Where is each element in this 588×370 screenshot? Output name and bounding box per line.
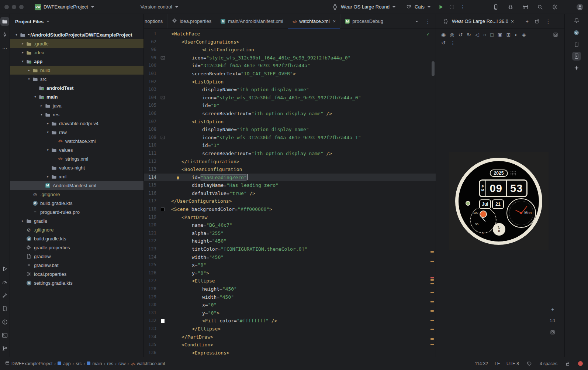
back-icon[interactable]: ◁	[475, 32, 479, 38]
code-line-62[interactable]: 62<UserConfigurations>	[144, 38, 436, 46]
tool-stripe-terminal[interactable]	[0, 331, 9, 340]
tree-item-build[interactable]: ▸build	[10, 66, 143, 75]
code-line-120[interactable]: 120name="BG_40c7"	[144, 221, 436, 229]
breadcrumb-item-raw[interactable]: raw	[118, 361, 125, 366]
tree-item-gradle[interactable]: ▸gradle	[10, 216, 143, 225]
close-device-tab-icon[interactable]: ×	[511, 18, 514, 24]
project-panel-header[interactable]: Project Files	[10, 14, 143, 29]
power-icon[interactable]: ◉	[441, 32, 446, 38]
tree-item-settings-gradle-kts[interactable]: Gsettings.gradle.kts	[10, 278, 143, 287]
code-line-113[interactable]: 113<BooleanConfiguration	[144, 165, 436, 174]
device-selector[interactable]: Wear OS Large Round	[328, 2, 398, 12]
code-line-125[interactable]: 125x="0"	[144, 261, 436, 269]
layout-inspector-icon-button[interactable]	[522, 3, 529, 11]
tool-stripe-project[interactable]	[0, 17, 9, 26]
tool-stripe-commit[interactable]	[0, 30, 9, 39]
device-tab[interactable]: Wear OS Large Ro...l 36.0 ×	[440, 18, 516, 25]
fit-to-window-icon[interactable]	[549, 329, 556, 336]
tool-stripe-version-control[interactable]	[0, 344, 9, 353]
code-line-116[interactable]: 116defaultValue="true" />	[144, 189, 436, 198]
project-widget[interactable]: DW DWFExampleProject	[32, 2, 97, 12]
close-tab-icon[interactable]: ×	[333, 18, 336, 24]
code-line-96[interactable]: 96<ListConfiguration	[144, 46, 436, 54]
caret-position-widget[interactable]: 114:32	[475, 361, 488, 366]
code-line-1[interactable]: 1<WatchFace	[144, 30, 436, 38]
code-line-123[interactable]: 123tintColor="[CONFIGURATION.themeColor.…	[144, 245, 436, 253]
code-line-102[interactable]: 102<ListOption	[144, 78, 436, 86]
bug-icon-button[interactable]	[507, 3, 514, 11]
code-line-104[interactable]: 104icon="style_wfs_312c30bf_f64a_461e_9c…	[144, 94, 436, 102]
tool-stripe-build[interactable]	[0, 291, 9, 300]
tree-item-drawable-nodpi-v4[interactable]: ▸drawable-nodpi-v4	[10, 119, 143, 128]
tree-item-androidmanifest-xml[interactable]: MAndroidManifest.xml	[10, 181, 143, 190]
more-options-icon[interactable]: ⋮	[546, 18, 551, 24]
vcs-widget[interactable]: Version control	[138, 3, 181, 11]
tab-main-androidmanifest-xml[interactable]: Mmain/AndroidManifest.xml	[216, 14, 288, 28]
tag-icon[interactable]	[526, 360, 533, 367]
tree-item-java[interactable]: ▸java	[10, 101, 143, 110]
tree-item-gitignore[interactable]: ⊘.gitignore	[10, 225, 143, 234]
inspections-ok-icon[interactable]: ✓	[427, 31, 430, 37]
chevron-down-icon[interactable]	[413, 18, 420, 25]
code-line-126[interactable]: 126y="0">	[144, 269, 436, 277]
tree-item-src[interactable]: ▾src	[10, 75, 143, 83]
line-ending-widget[interactable]: LF	[495, 361, 500, 366]
encoding-widget[interactable]: UTF-8	[506, 361, 519, 366]
zoom-in-button[interactable]: +	[551, 306, 554, 312]
tree-item-idea[interactable]: ▸.idea	[10, 48, 143, 57]
tool-stripe-problems[interactable]	[0, 318, 9, 326]
code-line-101[interactable]: 101screenReaderText="ID_CAT_STEP_OVER">	[144, 70, 436, 78]
more-vertical-icon[interactable]: ⋮	[425, 18, 430, 24]
search-icon-button[interactable]	[536, 3, 544, 11]
tree-item-values[interactable]: ▾values	[10, 145, 143, 154]
close-window-button[interactable]	[4, 5, 9, 9]
code-line-128[interactable]: 128height="450"	[144, 285, 436, 293]
breadcrumb-item-watchface-xml[interactable]: </>watchface.xml	[131, 361, 165, 366]
avatar-icon[interactable]	[576, 3, 584, 11]
error-highlight-indicator[interactable]	[578, 361, 583, 366]
tree-item-strings-xml[interactable]: </>strings.xml	[10, 154, 143, 163]
tool-stripe-device-manager[interactable]	[0, 304, 9, 313]
reset-rotation-icon[interactable]: ↺	[441, 40, 446, 46]
code-line-136[interactable]: 136<Expressions>	[144, 349, 436, 357]
breadcrumb-item-dwfexampleproject[interactable]: DWFExampleProject	[5, 361, 52, 366]
editor-scrollbar[interactable]	[432, 61, 435, 76]
tree-item-gitignore[interactable]: ⊘.gitignore	[10, 190, 143, 199]
device-screen[interactable]: 2025 P M 09 53 100 50	[449, 152, 549, 250]
lock-icon[interactable]	[564, 360, 571, 367]
code-line-108[interactable]: 108displayName="ith_option_display_name"	[144, 126, 436, 134]
code-line-100[interactable]: 100id="312c30bf_f64a_461e_9c93_992f2fb7a…	[144, 62, 436, 70]
code-line-109[interactable]: 109icon="style_wfs_312c30bf_f64a_461e_9c…	[144, 134, 436, 142]
tree-item-local-properties[interactable]: local.properties	[10, 270, 143, 278]
breadcrumb-item-main[interactable]: main	[87, 361, 102, 366]
home-icon[interactable]: ○	[483, 32, 486, 38]
code-editor[interactable]: 1<WatchFace62<UserConfigurations>96<List…	[144, 29, 436, 357]
code-line-122[interactable]: 122height="450"	[144, 237, 436, 245]
overview-icon[interactable]: □	[490, 32, 493, 38]
tree-item-androidtest[interactable]: androidTest	[10, 83, 143, 92]
tree-item-raw[interactable]: ▾raw	[10, 128, 143, 137]
code-line-117[interactable]: 117</UserConfigurations>	[144, 197, 436, 205]
code-line-118[interactable]: 118<Scene backgroundColor="#ff000000">	[144, 205, 436, 213]
screenshot-icon[interactable]: ▣	[498, 32, 502, 38]
tree-item-app[interactable]: ▾app	[10, 57, 143, 66]
code-line-115[interactable]: 115displayName="Has leading zero"	[144, 181, 436, 189]
code-line-130[interactable]: 130x="0"	[144, 301, 436, 309]
code-line-114[interactable]: 114id="hasLeadingZero"	[144, 174, 436, 182]
volume-icon[interactable]: ◎	[450, 32, 454, 38]
zoom-level-button[interactable]: 1:1	[550, 318, 555, 323]
code-line-107[interactable]: 107<ListOption	[144, 118, 436, 126]
settings-icon-button[interactable]	[551, 3, 558, 11]
tab-noptions[interactable]: noptions	[144, 14, 167, 28]
tool-stripe-notifications[interactable]	[572, 16, 581, 25]
tree-item-proguard-rules-pro[interactable]: ≡proguard-rules.pro	[10, 208, 143, 216]
code-line-133[interactable]: 133</Ellipse>	[144, 325, 436, 333]
tool-stripe-running-devices[interactable]	[572, 52, 581, 61]
tool-stripe-profiler[interactable]	[0, 278, 9, 287]
tool-stripe-assistant[interactable]	[572, 64, 581, 72]
tree-item-build-gradle-kts[interactable]: Gbuild.gradle.kts	[10, 234, 143, 243]
tab-watchface-xml[interactable]: </>watchface.xml×	[288, 14, 340, 28]
code-line-119[interactable]: 119<PartDraw	[144, 213, 436, 222]
code-line-106[interactable]: 106screenReaderText="ith_option_display_…	[144, 110, 436, 118]
window-controls[interactable]	[4, 5, 24, 9]
